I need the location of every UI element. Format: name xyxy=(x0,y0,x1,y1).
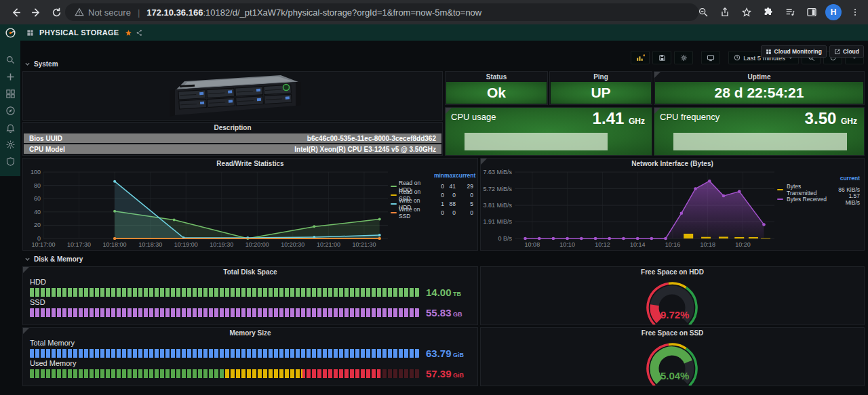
read-write-statistics-panel: Read/Write Statistics 02040608010010:17:… xyxy=(22,158,478,251)
cloud-label: Cloud xyxy=(843,48,859,55)
svg-text:1.91 MiB/s: 1.91 MiB/s xyxy=(483,218,512,225)
svg-text:10:16: 10:16 xyxy=(665,241,681,248)
status-panel: Status Ok xyxy=(445,71,548,105)
sidebar-explore-compass-icon[interactable] xyxy=(5,105,16,116)
save-dashboard-icon[interactable] xyxy=(652,51,671,64)
legend-header: current xyxy=(777,173,860,183)
bar-gauge xyxy=(30,369,419,378)
legend-row[interactable]: Read on HDD04129 xyxy=(391,180,473,188)
panel-title[interactable]: Free Space on HDD xyxy=(481,268,864,276)
svg-text:60: 60 xyxy=(34,195,41,202)
svg-text:40: 40 xyxy=(34,209,41,215)
svg-text:100: 100 xyxy=(31,169,41,175)
svg-text:7.63 MiB/s: 7.63 MiB/s xyxy=(483,169,512,175)
row-header-disk-memory[interactable]: Disk & Memory xyxy=(24,255,83,263)
bar-gauge-value: 14.00 TB xyxy=(426,287,471,298)
description-key: CPU Model xyxy=(29,146,65,153)
sidebar-dashboards-icon[interactable] xyxy=(5,88,16,99)
dashboard-grid-icon[interactable] xyxy=(24,27,35,38)
sidebar-search-icon[interactable] xyxy=(5,54,16,65)
dashboard-settings-gear-icon[interactable] xyxy=(674,51,693,64)
reload-button[interactable] xyxy=(46,2,66,22)
svg-text:0 B/s: 0 B/s xyxy=(498,235,512,242)
grid-icon xyxy=(766,49,772,55)
legend-row[interactable]: Bytes Transmitted86 KiB/s xyxy=(777,183,860,192)
bar-gauge xyxy=(30,288,419,297)
sidebar-configuration-gear-icon[interactable] xyxy=(5,139,16,150)
bar-gauge-label: HDD xyxy=(30,278,471,286)
panel-title[interactable]: Status xyxy=(446,73,547,81)
cpu-frequency-bar-gauge xyxy=(673,133,847,150)
panel-title[interactable]: Total Disk Space xyxy=(23,268,477,276)
bookmark-star-icon[interactable] xyxy=(736,2,757,22)
network-legend: currentBytes Transmitted86 KiB/sBytes Re… xyxy=(777,173,860,202)
panel-title[interactable]: Ping xyxy=(550,73,652,81)
network-chart[interactable]: 7.63 MiB/s5.72 MiB/s3.81 MiB/s1.91 MiB/s… xyxy=(481,159,864,250)
cpu-usage-bar-gauge xyxy=(465,133,608,150)
svg-text:10:19:00: 10:19:00 xyxy=(174,241,198,248)
free-space-ssd-panel: Free Space on SSD 75.04% xyxy=(480,327,865,386)
panel-title[interactable]: Uptime xyxy=(654,73,864,81)
cloud-monitoring-link[interactable]: Cloud Monitoring xyxy=(761,45,827,58)
reading-list-icon[interactable] xyxy=(780,2,800,22)
back-button[interactable] xyxy=(5,2,26,22)
browser-toolbar: Not secure | 172.10.36.166:10182/d/_pt1X… xyxy=(0,0,868,24)
screen: Not secure | 172.10.36.166:10182/d/_pt1X… xyxy=(0,0,868,395)
svg-text:10:18: 10:18 xyxy=(700,241,715,248)
svg-text:10:17:30: 10:17:30 xyxy=(67,241,91,248)
cpu-usage-value: 1.41 GHz xyxy=(593,109,645,128)
not-secure-warning-icon xyxy=(75,7,84,17)
browser-menu-kebab-icon[interactable] xyxy=(845,2,865,22)
free-space-ssd-gauge: 75.04% xyxy=(481,337,864,386)
svg-text:10:20:30: 10:20:30 xyxy=(281,241,304,248)
profile-avatar[interactable]: H xyxy=(823,2,844,22)
extensions-icon[interactable] xyxy=(758,2,778,22)
favorite-star-icon[interactable] xyxy=(123,27,134,38)
sidebar-alerting-bell-icon[interactable] xyxy=(5,122,16,133)
server-image-panel xyxy=(22,71,443,121)
free-space-hdd-panel: Free Space on HDD 19.72% xyxy=(480,266,865,325)
description-row: CPU ModelIntel(R) Xeon(R) CPU E3-1245 v5… xyxy=(24,144,441,154)
panel-title[interactable]: Memory Size xyxy=(23,329,477,337)
row-header-system[interactable]: System xyxy=(24,60,58,68)
dashboard-title[interactable]: PHYSICAL STORAGE xyxy=(39,28,119,37)
svg-text:20: 20 xyxy=(34,222,41,228)
grafana-logo[interactable] xyxy=(0,27,20,39)
bar-gauge xyxy=(30,308,419,317)
svg-text:10:12: 10:12 xyxy=(595,241,610,248)
security-label: Not secure xyxy=(88,7,131,18)
external-link-icon xyxy=(834,49,840,55)
cloud-link[interactable]: Cloud xyxy=(829,45,864,58)
bar-gauge-row: 57.39 GiB xyxy=(30,369,471,378)
network-interface-panel: Network Interface (Bytes) 7.63 MiB/s5.72… xyxy=(480,158,865,251)
description-value: Intel(R) Xeon(R) CPU E3-1245 v5 @ 3.50GH… xyxy=(294,146,436,153)
side-panel-icon[interactable] xyxy=(802,2,822,22)
cpu-frequency-panel: CPU frequency 3.50 GHz xyxy=(654,107,865,156)
tv-mode-icon[interactable] xyxy=(701,51,720,64)
bar-gauge-label: Total Memory xyxy=(30,339,471,347)
panel-title[interactable]: Description xyxy=(23,124,442,131)
forward-button[interactable] xyxy=(26,2,46,22)
svg-text:75.04%: 75.04% xyxy=(655,370,690,381)
svg-text:10:18:30: 10:18:30 xyxy=(138,241,162,248)
server-image xyxy=(157,73,313,121)
share-icon[interactable] xyxy=(715,2,735,22)
share-dashboard-icon[interactable] xyxy=(134,27,144,38)
url-host: 172.10.36.166 xyxy=(146,7,203,18)
bar-gauge-row: 55.83 GB xyxy=(30,308,471,317)
add-panel-button[interactable] xyxy=(631,51,650,64)
cpu-usage-panel: CPU usage 1.41 GHz xyxy=(445,107,652,156)
url-bar[interactable]: Not secure | 172.10.36.166:10182/d/_pt1X… xyxy=(65,3,698,21)
sidebar-create-plus-icon[interactable] xyxy=(5,71,16,82)
series-color-swatch xyxy=(391,212,397,213)
series-color-swatch xyxy=(391,186,397,187)
cloud-monitoring-label: Cloud Monitoring xyxy=(774,48,822,55)
bar-gauge-label: Used Memory xyxy=(30,359,471,367)
chevron-down-icon xyxy=(24,61,31,67)
sidebar-admin-shield-icon[interactable] xyxy=(5,156,16,167)
svg-text:5.72 MiB/s: 5.72 MiB/s xyxy=(483,186,512,192)
series-color-swatch xyxy=(777,189,783,190)
panel-title[interactable]: Free Space on SSD xyxy=(481,329,864,337)
zoom-icon[interactable] xyxy=(693,2,713,22)
description-key: Bios UUID xyxy=(29,135,62,142)
